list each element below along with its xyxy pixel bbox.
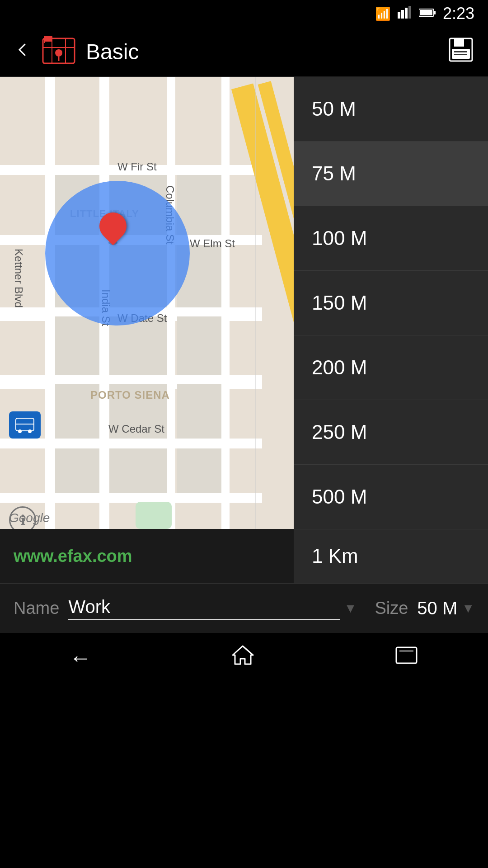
svg-rect-54 (399, 651, 413, 651)
app-logo (41, 34, 77, 70)
bottom-bar: Name Work ▼ Size 50 M ▼ (0, 583, 488, 633)
svg-rect-40 (55, 448, 99, 493)
svg-rect-41 (109, 448, 167, 493)
dropdown-item-250m[interactable]: 250 M (294, 400, 488, 465)
signal-icon (398, 6, 412, 22)
name-dropdown-arrow: ▼ (344, 601, 357, 616)
app-title: Basic (86, 39, 447, 64)
transit-icon (9, 411, 41, 439)
dropdown-item-200m[interactable]: 200 M (294, 335, 488, 400)
svg-rect-18 (454, 54, 467, 55)
svg-rect-43 (177, 316, 221, 375)
street-label-elm: W Elm St (190, 237, 235, 250)
street-label-cedar: W Cedar St (108, 423, 164, 435)
svg-rect-6 (420, 10, 432, 15)
street-label-kettner: Kettner Blvd (12, 249, 25, 308)
svg-rect-29 (221, 77, 230, 529)
dropdown-item-50m[interactable]: 50 M (294, 77, 488, 142)
dropdown-item-1km[interactable]: 1 Km (294, 529, 488, 583)
location-pin (99, 212, 127, 245)
dropdown-item-500m[interactable]: 500 M (294, 465, 488, 529)
ad-url: www.efax.com (14, 547, 132, 566)
back-arrow-icon[interactable] (14, 41, 32, 63)
status-bar: 📶 2:23 (0, 0, 488, 27)
app-bar: Basic (0, 27, 488, 77)
street-label-fir: W Fir St (117, 160, 157, 173)
nav-back-button[interactable]: ← (51, 640, 110, 675)
area-label-porto: PORTO SIENA (90, 389, 170, 401)
nav-home-button[interactable] (212, 639, 273, 676)
svg-point-52 (28, 429, 32, 433)
svg-rect-5 (434, 11, 436, 14)
svg-rect-34 (55, 316, 99, 375)
svg-rect-42 (177, 448, 221, 493)
svg-rect-15 (454, 38, 464, 47)
svg-rect-47 (136, 502, 172, 529)
dropdown-item-75m[interactable]: 75 M (294, 142, 488, 206)
battery-icon (419, 6, 436, 21)
dropdown-item-150m[interactable]: 150 M (294, 271, 488, 335)
wifi-icon: 📶 (375, 6, 391, 21)
svg-point-51 (18, 429, 22, 433)
svg-rect-2 (405, 8, 408, 19)
svg-rect-53 (396, 647, 417, 663)
nav-recent-button[interactable] (376, 640, 437, 675)
nav-bar: ← (0, 633, 488, 683)
map-container[interactable]: W Fir St Columbia St W Elm St Kettner Bl… (0, 77, 488, 529)
geofence-circle (45, 181, 190, 326)
size-dropdown-arrow: ▼ (462, 601, 474, 616)
svg-rect-44 (177, 384, 221, 439)
svg-rect-0 (398, 12, 400, 19)
dropdown-item-100m[interactable]: 100 M (294, 206, 488, 271)
status-time: 2:23 (443, 4, 474, 23)
name-value[interactable]: Work (68, 597, 339, 620)
svg-point-11 (55, 49, 62, 57)
name-label: Name (14, 599, 59, 618)
size-label: Size (375, 599, 408, 618)
svg-rect-17 (454, 51, 467, 52)
ad-banner: www.efax.com (0, 547, 294, 566)
svg-rect-12 (44, 36, 52, 42)
dropdown-menu: 50 M 75 M 100 M 150 M 200 M 250 M 500 M (294, 77, 488, 529)
status-icons: 📶 2:23 (375, 4, 474, 23)
size-value[interactable]: 50 M (417, 598, 457, 618)
pin-head (94, 207, 132, 245)
svg-rect-26 (45, 77, 55, 529)
svg-rect-3 (408, 6, 411, 19)
save-button[interactable] (447, 36, 474, 67)
svg-rect-1 (401, 10, 404, 19)
